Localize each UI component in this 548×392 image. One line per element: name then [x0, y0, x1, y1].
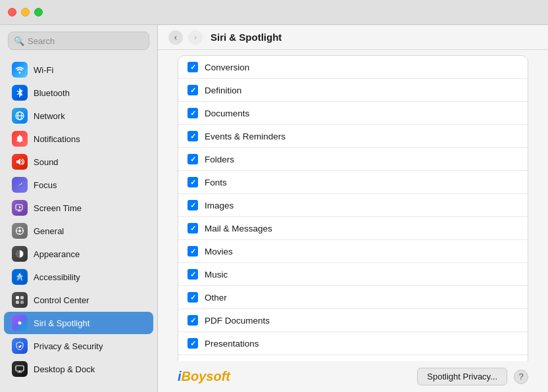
svg-rect-8 [16, 296, 19, 299]
checkbox-list: ConversionDefinitionDocumentsEvents & Re… [178, 55, 528, 361]
minimize-button[interactable] [21, 8, 30, 16]
sidebar-item-network[interactable]: Network [4, 105, 153, 127]
checkbox-row-folders[interactable]: Folders [178, 148, 528, 171]
sidebar-item-label-appearance: Appearance [34, 249, 80, 259]
svg-rect-11 [20, 301, 24, 304]
bluetooth-icon [12, 85, 28, 101]
nav-forward-button[interactable]: › [188, 30, 203, 45]
checkbox-pdf-documents[interactable] [187, 315, 198, 326]
sidebar-item-label-notifications: Notifications [34, 134, 80, 144]
svg-point-13 [18, 322, 22, 325]
checkbox-row-siri-suggestions[interactable]: Siri Suggestions [178, 355, 528, 361]
checkbox-movies[interactable] [187, 246, 198, 257]
title-bar [0, 0, 548, 25]
checkbox-events-reminders[interactable] [187, 131, 198, 141]
sidebar-item-controlcenter[interactable]: Control Center [4, 289, 153, 311]
checkbox-label-events-reminders: Events & Reminders [205, 132, 286, 141]
panel-footer: iBoysoft Spotlight Privacy... ? [158, 361, 548, 392]
checkbox-label-documents: Documents [205, 109, 249, 118]
controlcenter-icon [12, 292, 28, 308]
sidebar-item-label-accessibility: Accessibility [34, 272, 80, 282]
sidebar-item-desktop[interactable]: Desktop & Dock [4, 358, 153, 380]
nav-back-button[interactable]: ‹ [168, 30, 183, 45]
sidebar-item-label-sound: Sound [34, 157, 59, 167]
checkbox-row-fonts[interactable]: Fonts [178, 171, 528, 194]
traffic-lights [8, 8, 43, 16]
sidebar-item-label-network: Network [34, 111, 65, 121]
checkbox-row-movies[interactable]: Movies [178, 240, 528, 263]
sidebar-item-siri[interactable]: Siri & Spotlight [4, 312, 153, 334]
svg-rect-9 [20, 296, 24, 299]
checkbox-row-events-reminders[interactable]: Events & Reminders [178, 125, 528, 148]
sidebar-item-label-focus: Focus [34, 180, 57, 190]
checkbox-label-movies: Movies [205, 247, 233, 257]
checkbox-folders[interactable] [187, 154, 198, 164]
checkbox-row-other[interactable]: Other [178, 286, 528, 309]
checkbox-mail-messages[interactable] [187, 223, 198, 233]
checkbox-documents[interactable] [187, 108, 198, 118]
checkbox-music[interactable] [187, 269, 198, 280]
checkbox-label-fonts: Fonts [205, 178, 227, 187]
sidebar-item-accessibility[interactable]: Accessibility [4, 266, 153, 288]
sidebar-item-label-wifi: Wi-Fi [34, 65, 53, 75]
brand-boysoft: Boysoft [182, 369, 230, 383]
checkbox-images[interactable] [187, 200, 198, 210]
iboysoft-logo: iBoysoft [178, 369, 230, 384]
sidebar-item-sound[interactable]: Sound [4, 151, 153, 173]
sidebar: 🔍 Search Wi-Fi Bluetooth Network Notific… [0, 25, 158, 392]
checkbox-presentations[interactable] [187, 338, 198, 349]
desktop-icon [12, 361, 28, 377]
sidebar-item-bluetooth[interactable]: Bluetooth [4, 82, 153, 104]
sidebar-item-privacy[interactable]: Privacy & Security [4, 335, 153, 357]
accessibility-icon [12, 269, 28, 285]
checkbox-conversion[interactable] [187, 62, 198, 72]
close-button[interactable] [8, 8, 16, 16]
panel-content: ConversionDefinitionDocumentsEvents & Re… [158, 50, 548, 361]
screentime-icon [12, 200, 28, 216]
checkbox-definition[interactable] [187, 85, 198, 95]
spotlight-privacy-button[interactable]: Spotlight Privacy... [417, 368, 507, 385]
checkbox-label-definition: Definition [205, 86, 241, 95]
sidebar-item-appearance[interactable]: Appearance [4, 243, 153, 265]
search-icon: 🔍 [14, 36, 24, 46]
appearance-icon [12, 246, 28, 262]
checkbox-label-mail-messages: Mail & Messages [205, 224, 272, 233]
checkbox-label-music: Music [205, 270, 228, 280]
sidebar-item-wifi[interactable]: Wi-Fi [4, 59, 153, 81]
sidebar-list: Wi-Fi Bluetooth Network Notifications So… [0, 57, 157, 392]
checkbox-row-pdf-documents[interactable]: PDF Documents [178, 309, 528, 332]
sidebar-item-label-screentime: Screen Time [34, 203, 82, 213]
checkbox-other[interactable] [187, 292, 198, 303]
maximize-button[interactable] [34, 8, 43, 16]
svg-rect-10 [16, 301, 19, 304]
checkbox-label-other: Other [205, 293, 227, 303]
sidebar-item-general[interactable]: General [4, 220, 153, 242]
wifi-icon [12, 62, 28, 78]
panel-header: ‹ › Siri & Spotlight [158, 25, 548, 50]
checkbox-row-music[interactable]: Music [178, 263, 528, 286]
checkbox-row-definition[interactable]: Definition [178, 79, 528, 102]
checkbox-row-presentations[interactable]: Presentations [178, 332, 528, 355]
search-box[interactable]: 🔍 Search [8, 32, 149, 50]
checkbox-label-folders: Folders [205, 155, 234, 164]
checkbox-fonts[interactable] [187, 177, 198, 187]
sidebar-item-label-general: General [34, 226, 64, 236]
svg-point-5 [18, 230, 21, 232]
help-button[interactable]: ? [514, 370, 528, 384]
checkbox-row-documents[interactable]: Documents [178, 102, 528, 125]
svg-point-7 [19, 274, 21, 276]
sidebar-item-screentime[interactable]: Screen Time [4, 197, 153, 219]
network-icon [12, 108, 28, 124]
right-panel: ‹ › Siri & Spotlight ConversionDefinitio… [158, 25, 548, 392]
checkbox-row-mail-messages[interactable]: Mail & Messages [178, 217, 528, 240]
panel-title: Siri & Spotlight [211, 32, 282, 43]
checkbox-row-conversion[interactable]: Conversion [178, 56, 528, 79]
main-content: 🔍 Search Wi-Fi Bluetooth Network Notific… [0, 25, 548, 392]
sidebar-item-notifications[interactable]: Notifications [4, 128, 153, 150]
checkbox-label-images: Images [205, 201, 234, 210]
sidebar-item-focus[interactable]: Focus [4, 174, 153, 196]
sound-icon [12, 154, 28, 170]
sidebar-item-label-controlcenter: Control Center [34, 295, 89, 305]
checkbox-row-images[interactable]: Images [178, 194, 528, 217]
checkbox-label-conversion: Conversion [205, 62, 249, 72]
